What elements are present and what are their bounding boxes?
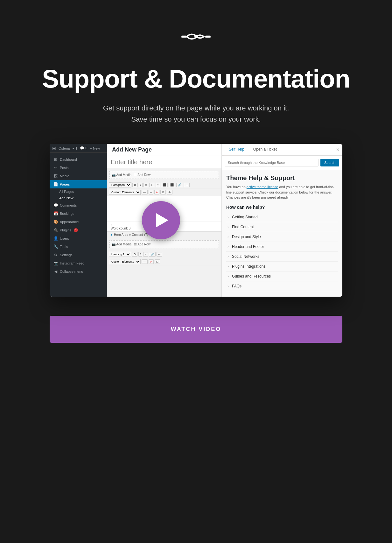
editor-header: Add New Page	[107, 144, 221, 156]
custom-elements-select[interactable]: Custom Elements	[109, 190, 141, 195]
menu-item-getting-started[interactable]: › Getting Started	[226, 212, 338, 222]
menu-item-design-style[interactable]: › Design and Style	[226, 232, 338, 242]
align-left-btn[interactable]: ⬛	[161, 183, 168, 187]
dash-btn[interactable]: —	[142, 190, 148, 194]
sidebar-menu: ⊞ Dashboard ✏ Posts 🖼 Media 📄 Pages	[50, 153, 107, 278]
add-row-builder: 📷 Add Media ☰ Add Row	[109, 171, 219, 179]
search-button[interactable]: Search	[320, 159, 339, 166]
notif-count: ● 1	[72, 146, 77, 150]
sidebar-item-collapse[interactable]: ◀ Collapse menu	[50, 267, 107, 276]
add-row-btn-2[interactable]: ☰ Add Row	[134, 243, 150, 246]
editor-page-title: Add New Page	[112, 146, 216, 153]
plugins-icon: 🔌	[53, 228, 58, 232]
support-search-bar: Search	[222, 156, 342, 170]
tools-icon: 🔧	[53, 244, 58, 249]
svg-rect-1	[205, 36, 211, 38]
ul-btn[interactable]: ≡	[144, 183, 148, 187]
instagram-icon: 📷	[53, 261, 58, 265]
plugins-badge: 1	[74, 228, 78, 232]
add-row-btn[interactable]: ☰ Add Row	[134, 173, 150, 177]
tab-open-ticket[interactable]: Open a Ticket	[249, 144, 281, 155]
editor-toolbar-3: Heading 1 B I ≡ 🔗 ···	[107, 251, 221, 258]
arrow-icon-7: ›	[228, 274, 229, 279]
play-button[interactable]	[142, 201, 180, 239]
license-link[interactable]: active theme license	[247, 185, 278, 189]
support-close-btn[interactable]: ✕	[336, 147, 340, 152]
bold-btn[interactable]: B	[132, 183, 138, 187]
color-btn[interactable]: A	[154, 190, 159, 194]
comment-count: 💬 0	[80, 146, 87, 150]
italic-btn-2[interactable]: I	[138, 252, 143, 257]
omega-btn[interactable]: Ω	[155, 259, 160, 264]
menu-item-social-networks[interactable]: › Social Networks	[226, 252, 338, 262]
sidebar-item-dashboard[interactable]: ⊞ Dashboard	[50, 155, 107, 164]
minus-btn[interactable]: –	[149, 190, 153, 194]
main-title: Support & Documentation	[42, 65, 350, 93]
bookings-icon: 📅	[53, 211, 58, 216]
support-description: You have an active theme license and you…	[226, 184, 338, 200]
add-row-builder-2: 📷 Add Media ☰ Add Row	[109, 240, 219, 248]
ul-btn-2[interactable]: ≡	[143, 252, 148, 257]
arrow-icon: ›	[228, 215, 229, 219]
sidebar-item-pages[interactable]: 📄 Pages	[50, 180, 107, 188]
new-link[interactable]: + New	[90, 146, 100, 150]
tab-self-help[interactable]: Self Help	[224, 144, 249, 155]
align-center-btn[interactable]: ⬛	[169, 183, 175, 187]
heading-select[interactable]: Heading 1	[109, 252, 131, 257]
more-btn-2[interactable]: ···	[157, 252, 162, 257]
ol-btn[interactable]: 1.	[149, 183, 155, 187]
editor-toolbar-1: Paragraph B I ≡ 1. " ⬛ ⬛ 🔗 ···	[107, 181, 221, 189]
add-media-btn-2[interactable]: 📷 Add Media	[112, 243, 131, 246]
menu-item-guides[interactable]: › Guides and Resources	[226, 272, 338, 281]
screenshot-container: ⊞ Osteria ● 1 💬 0 + New ⊞ Dashboard ✏ Po…	[50, 144, 342, 297]
color-btn-2[interactable]: A	[149, 259, 154, 264]
link-btn-2[interactable]: 🔗	[149, 252, 156, 257]
more-btn[interactable]: ···	[184, 183, 190, 187]
menu-item-find-content[interactable]: › Find Content	[226, 222, 338, 232]
sidebar-item-settings[interactable]: ⚙ Settings	[50, 251, 107, 259]
sidebar-item-instagram[interactable]: 📷 Instagram Feed	[50, 259, 107, 267]
search-input[interactable]	[225, 159, 318, 166]
handshake-icon	[180, 25, 212, 65]
watch-video-button[interactable]: WATCH VIDEO	[50, 316, 342, 343]
extra-btn-2[interactable]: —	[142, 259, 148, 264]
sidebar-item-tools[interactable]: 🔧 Tools	[50, 243, 107, 251]
sidebar-item-plugins[interactable]: 🔌 Plugins 1	[50, 226, 107, 234]
sidebar-item-posts[interactable]: ✏ Posts	[50, 164, 107, 172]
dashboard-icon: ⊞	[53, 157, 58, 162]
users-icon: 👤	[53, 236, 58, 241]
sidebar-subitem-add-new[interactable]: Add New	[50, 195, 107, 201]
custom-elements-select-2[interactable]: Custom Elements	[109, 259, 141, 264]
page-title-input[interactable]	[111, 156, 218, 168]
appearance-icon: 🎨	[53, 220, 58, 224]
wp-logo: ⊞	[52, 146, 56, 151]
support-panel: Self Help Open a Ticket ✕ Search Theme H…	[221, 144, 342, 297]
svg-rect-0	[181, 36, 187, 38]
sidebar-item-appearance[interactable]: 🎨 Appearance	[50, 218, 107, 226]
menu-item-plugins[interactable]: › Plugins Integrations	[226, 262, 338, 272]
sidebar-item-users[interactable]: 👤 Users	[50, 234, 107, 243]
add-media-btn[interactable]: 📷 Add Media	[112, 173, 131, 177]
sidebar-item-media[interactable]: 🖼 Media	[50, 172, 107, 180]
sidebar-item-comments[interactable]: 💬 Comments	[50, 201, 107, 209]
menu-item-faqs[interactable]: › FAQs	[226, 281, 338, 291]
link-btn[interactable]: 🔗	[176, 183, 183, 187]
paragraph-select[interactable]: Paragraph	[109, 182, 131, 187]
special-char-btn[interactable]: Ω	[160, 190, 166, 194]
media-icon: 🖼	[53, 174, 58, 178]
help-title: How can we help?	[226, 205, 338, 210]
sidebar-subitem-all-pages[interactable]: All Pages	[50, 188, 107, 195]
svg-point-2	[194, 35, 198, 38]
italic-btn[interactable]: I	[139, 183, 143, 187]
wp-sidebar: ⊞ Osteria ● 1 💬 0 + New ⊞ Dashboard ✏ Po…	[50, 144, 107, 297]
support-tabs: Self Help Open a Ticket ✕	[222, 144, 342, 156]
menu-item-header-footer[interactable]: › Header and Footer	[226, 242, 338, 252]
extra-btn[interactable]: ⊕	[167, 190, 172, 194]
collapse-icon: ◀	[53, 269, 58, 274]
blockquote-btn[interactable]: "	[156, 183, 160, 187]
posts-icon: ✏	[53, 166, 58, 170]
editor-toolbar-2: Custom Elements — – A Ω ⊕	[107, 189, 221, 196]
bold-btn-2[interactable]: B	[132, 252, 137, 257]
page-wrapper: Support & Documentation Get support dire…	[0, 0, 392, 368]
sidebar-item-bookings[interactable]: 📅 Bookings	[50, 209, 107, 218]
